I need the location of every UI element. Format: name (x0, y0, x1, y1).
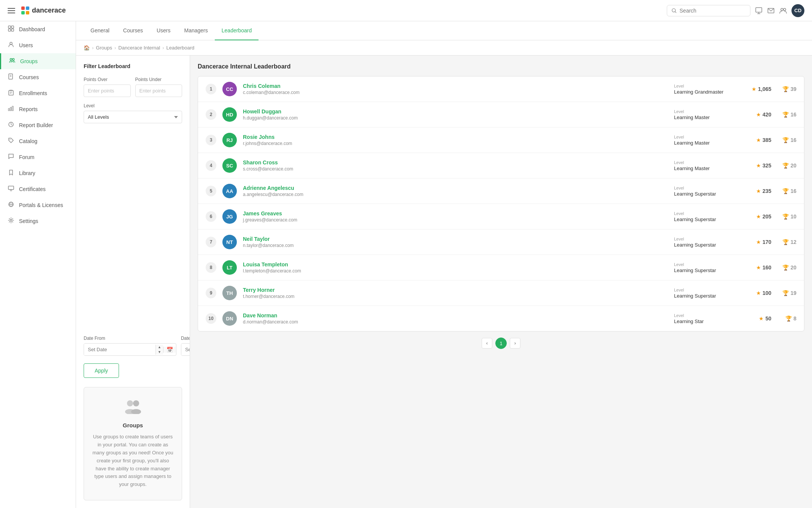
user-email: d.norman@dancerace.com (243, 319, 668, 325)
filter-title: Filter Leaderboard (84, 63, 182, 69)
points-value: 325 (763, 162, 771, 169)
message-icon (8, 153, 14, 161)
avatar: DN (222, 311, 237, 326)
date-from-down[interactable]: ▼ (156, 350, 163, 355)
filter-points-under-input[interactable] (135, 84, 182, 97)
search-input[interactable] (680, 8, 745, 14)
filter-points-over-input[interactable] (84, 84, 131, 97)
sidebar-item-groups[interactable]: Groups (0, 53, 76, 69)
user-info: Sharon Cross s.cross@dancerace.com (243, 159, 668, 172)
presentation-icon-btn[interactable] (755, 7, 763, 14)
level-value: Learning Master (674, 166, 735, 171)
user-level: Level Learning Superstar (674, 262, 735, 273)
trophy-icon: 🏆 (782, 239, 789, 245)
user-name[interactable]: Dave Norman (243, 312, 668, 318)
svg-line-1 (675, 11, 676, 13)
topnav-right: CD (667, 4, 804, 17)
avatar: RJ (222, 133, 237, 147)
tab-general[interactable]: General (84, 21, 116, 40)
breadcrumb-home-icon[interactable]: 🏠 (84, 45, 90, 51)
user-name[interactable]: Rosie Johns (243, 134, 668, 140)
sidebar-item-forum[interactable]: Forum (0, 149, 76, 165)
level-value: Learning Superstar (674, 242, 735, 248)
groups-icon (9, 57, 16, 65)
sidebar-item-enrollments[interactable]: Enrollments (0, 85, 76, 101)
user-level: Level Learning Grandmaster (674, 84, 735, 95)
table-row: 6 JG James Greaves j.greaves@dancerace.c… (198, 204, 804, 229)
pagination-prev[interactable]: ‹ (482, 338, 492, 349)
date-from-arrows: ▲ ▼ (155, 345, 163, 355)
svg-rect-22 (10, 107, 11, 111)
level-label: Level (674, 109, 735, 114)
user-name[interactable]: Louisa Templeton (243, 261, 668, 268)
sidebar-item-reports[interactable]: Reports (0, 101, 76, 117)
avatar: AA (222, 184, 237, 198)
trophy-icon: 🏆 (782, 86, 789, 92)
level-label: Level (674, 160, 735, 165)
sidebar-item-library[interactable]: Library (0, 165, 76, 181)
user-icon (8, 41, 14, 49)
tab-leaderboard[interactable]: Leaderboard (215, 21, 259, 40)
svg-point-33 (133, 400, 139, 406)
svg-point-13 (10, 59, 12, 61)
tab-users[interactable]: Users (150, 21, 178, 40)
user-name[interactable]: Howell Duggan (243, 108, 668, 115)
sidebar-item-users[interactable]: Users (0, 37, 76, 53)
filter-date-from-label: Date From (84, 336, 176, 341)
sidebar-label-groups: Groups (20, 58, 38, 64)
trophies-cell: 🏆 19 (777, 290, 796, 296)
sidebar-item-dashboard[interactable]: Dashboard (0, 21, 76, 37)
user-email: j.greaves@dancerace.com (243, 217, 668, 223)
sidebar-item-certificates[interactable]: Certificates (0, 181, 76, 197)
user-name[interactable]: Chris Coleman (243, 83, 668, 89)
sidebar-label-enrollments: Enrollments (19, 90, 47, 96)
user-name[interactable]: Terry Horner (243, 287, 668, 293)
users-icon-btn[interactable] (779, 7, 787, 14)
date-from-calendar-icon[interactable]: 📅 (163, 347, 176, 353)
topnav: dancerace (0, 0, 812, 21)
user-name[interactable]: Sharon Cross (243, 159, 668, 166)
user-info: Dave Norman d.norman@dancerace.com (243, 312, 668, 325)
points-cell: ★ 160 (741, 264, 771, 271)
sidebar-item-catalog[interactable]: Catalog (0, 133, 76, 149)
trophies-value: 19 (790, 290, 796, 296)
sidebar-item-report-builder[interactable]: Report Builder (0, 117, 76, 133)
filter-level-select[interactable]: All Levels Learning Star Learning Supers… (84, 111, 182, 123)
level-value: Learning Master (674, 115, 735, 120)
user-level: Level Learning Star (674, 313, 735, 324)
sidebar-item-portals[interactable]: Portals & Licenses (0, 197, 76, 213)
pagination-next[interactable]: › (510, 338, 520, 349)
tab-courses[interactable]: Courses (116, 21, 150, 40)
sidebar-item-courses[interactable]: Courses (0, 69, 76, 85)
avatar: SC (222, 158, 237, 173)
sidebar-item-settings[interactable]: Settings (0, 213, 76, 229)
rank-badge: 8 (206, 262, 216, 273)
breadcrumb-dancerace-internal[interactable]: Dancerace Internal (118, 45, 160, 51)
user-info: Neil Taylor n.taylor@dancerace.com (243, 236, 668, 248)
user-info: Rosie Johns r.johns@dancerace.com (243, 134, 668, 146)
trophies-value: 39 (790, 86, 796, 92)
trophies-cell: 🏆 20 (777, 162, 796, 169)
filter-date-from-input[interactable] (84, 344, 155, 355)
level-value: Learning Master (674, 140, 735, 146)
tab-managers[interactable]: Managers (178, 21, 215, 40)
apply-button[interactable]: Apply (84, 363, 119, 378)
points-value: 235 (763, 188, 771, 194)
user-email: s.cross@dancerace.com (243, 166, 668, 172)
date-from-up[interactable]: ▲ (156, 345, 163, 350)
hamburger-button[interactable] (8, 8, 15, 13)
search-box[interactable] (667, 5, 750, 16)
user-name[interactable]: Neil Taylor (243, 236, 668, 242)
mail-icon-btn[interactable] (767, 7, 775, 14)
points-cell: ★ 420 (741, 111, 771, 118)
user-name[interactable]: James Greaves (243, 210, 668, 217)
chart-icon (8, 121, 14, 129)
pagination-page-1[interactable]: 1 (495, 338, 507, 349)
avatar[interactable]: CD (791, 4, 804, 17)
rank-badge: 3 (206, 135, 216, 145)
user-name[interactable]: Adrienne Angelescu (243, 185, 668, 191)
sidebar-label-catalog: Catalog (19, 138, 37, 144)
breadcrumb-groups[interactable]: Groups (96, 45, 112, 51)
filter-date-to-input[interactable] (181, 344, 190, 355)
user-email: l.templeton@dancerace.com (243, 268, 668, 274)
